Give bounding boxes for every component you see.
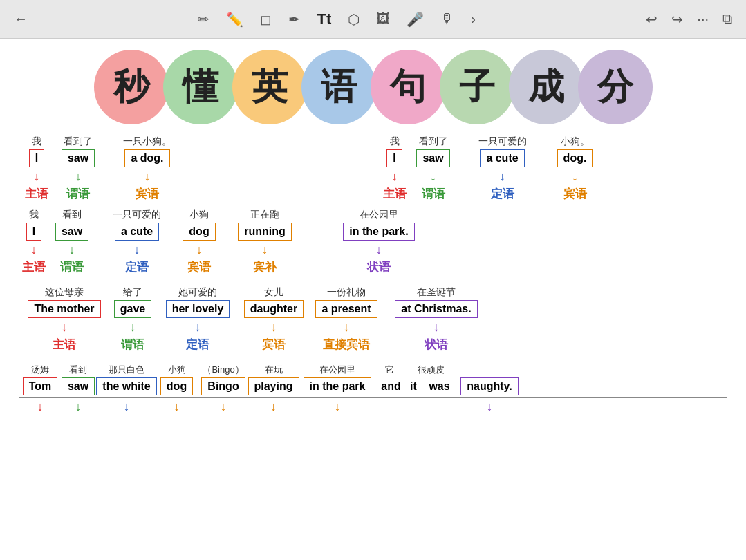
more-icon[interactable]: › <box>468 8 478 30</box>
s2-en-1: I <box>19 223 48 241</box>
mic1-icon[interactable]: 🎤 <box>404 8 427 30</box>
s4-en-it: it <box>403 378 424 395</box>
examples-row-1: 我 看到了 一只小狗。 I saw a dog. <box>19 136 727 205</box>
ex2-arrow-row: ↓ ↓ ↓ ↓ <box>380 169 727 184</box>
title-char-5: 句 <box>371 50 445 124</box>
ex2-cn-1: 我 <box>380 136 409 148</box>
ex1-en-row: I saw a dog. <box>19 149 366 167</box>
pencil-icon[interactable]: ✏ <box>195 8 212 30</box>
title-char-7: 成 <box>509 50 584 124</box>
ex2-cn-4: 小狗。 <box>548 136 603 148</box>
box-playing: playing <box>248 377 299 395</box>
s3-gram-3: 定语 <box>156 337 239 353</box>
s3-cn-6: 在圣诞节 <box>384 286 488 299</box>
s3-arr-5: ↓ <box>344 320 350 335</box>
s4-en-3: the white <box>95 377 158 395</box>
box-atchristmas: at Christmas. <box>395 300 477 318</box>
s4-arr-7: ↓ <box>335 400 341 414</box>
gram-predicate-1: 谓语 <box>54 186 102 202</box>
s2-gram-4: 宾语 <box>178 259 220 275</box>
redo-icon[interactable]: ↪ <box>669 8 686 30</box>
box-bingo: Bingo <box>201 377 245 395</box>
ex2-en-4: dog. <box>548 149 603 167</box>
s2-cn-row: 我 看到 一只可爱的 小狗 正在跑 在公园里 <box>19 209 727 221</box>
shape-icon[interactable]: ⬡ <box>345 8 362 30</box>
ex1-cn-2: 看到了 <box>54 136 102 148</box>
s4-cn-row: 汤姆 看到 那只白色 小狗 （Bingo） 在玩 在公园里 它 很顽皮 <box>19 364 727 376</box>
box-herlovely: her lovely <box>166 300 230 318</box>
undo-icon[interactable]: ↩ <box>643 8 660 30</box>
mic2-icon[interactable]: 🎙 <box>438 8 457 30</box>
s4-cn-4: 小狗 <box>158 364 196 376</box>
s3-en-4: daughter <box>239 300 308 318</box>
box-tom: Tom <box>23 377 58 395</box>
diagram: 我 看到了 一只小狗。 I saw a dog. <box>14 136 732 419</box>
ex2-arr-1: ↓ <box>380 169 409 184</box>
text-was: was <box>426 378 452 395</box>
arrow-down-green-1: ↓ <box>75 169 82 184</box>
box-saw-2: saw <box>416 149 449 167</box>
s3-gram-2: 谓语 <box>109 337 156 353</box>
gram-subject-1: 主语 <box>19 186 54 202</box>
toolbar-center: ✏ ✏️ ◻ ✒ Tt ⬡ 🖼 🎤 🎙 › <box>39 8 635 31</box>
toolbar-right: ↩ ↪ ··· ⧉ <box>643 8 735 30</box>
box-saw-4: saw <box>62 377 95 395</box>
ex1-arrow-row: ↓ ↓ ↓ <box>19 169 366 184</box>
ex1-arr-3: ↓ <box>102 169 192 184</box>
arrow-down-orange-1: ↓ <box>144 169 151 184</box>
image-icon[interactable]: 🖼 <box>373 8 393 30</box>
s3-arr-6: ↓ <box>433 320 440 335</box>
box-acute: a cute <box>480 149 524 167</box>
s4-arr-5: ↓ <box>221 400 227 414</box>
toolbar-left: ← <box>11 8 30 30</box>
s3-gram-4: 宾语 <box>239 337 308 353</box>
ex2-gram-row: 主语 谓语 定语 宾语 <box>380 186 727 202</box>
ex2-cn-2: 看到了 <box>409 136 458 148</box>
s4-cn-9: 很顽皮 <box>400 364 462 376</box>
s3-gram-5: 直接宾语 <box>308 337 384 353</box>
ex2-en-row: I saw a cute dog. <box>380 149 727 167</box>
s4-cn-7: 在公园里 <box>296 364 379 376</box>
s4-en-was: was <box>424 378 455 395</box>
s4-en-and: and <box>379 378 403 395</box>
ex1-arr-2: ↓ <box>54 169 102 184</box>
s4-arrow-row: ↓ ↓ ↓ ↓ ↓ ↓ ↓ ↓ <box>19 400 727 414</box>
s3-en-6: at Christmas. <box>384 300 488 318</box>
s4-arr-10: ↓ <box>487 400 493 414</box>
dots-icon[interactable]: ··· <box>694 8 711 30</box>
arrow-down-blue-2: ↓ <box>499 169 505 184</box>
box-gave: gave <box>114 300 151 318</box>
s2-en-row: I saw a cute dog running in the park. <box>19 223 727 241</box>
box-daughter: daughter <box>244 300 304 318</box>
s4-arr-3: ↓ <box>124 400 130 414</box>
back-button[interactable]: ← <box>11 8 30 30</box>
title-char-2: 懂 <box>163 50 238 124</box>
s3-arr-1: ↓ <box>62 320 68 335</box>
s4-arr-2: ↓ <box>75 400 82 414</box>
main-content: 秒 懂 英 语 句 子 成 分 我 看到了 一只小狗。 I <box>0 39 746 560</box>
arrow-down-red-1: ↓ <box>34 169 40 184</box>
copy-icon[interactable]: ⧉ <box>720 8 735 30</box>
box-inthepark: in the park. <box>343 223 414 241</box>
toolbar: ← ✏ ✏️ ◻ ✒ Tt ⬡ 🖼 🎤 🎙 › ↩ ↪ ··· ⧉ <box>0 0 746 39</box>
s2-cn-6: 在公园里 <box>310 209 448 221</box>
box-acute-2: a cute <box>115 223 159 241</box>
pencil2-icon[interactable]: ✏️ <box>223 8 246 30</box>
ex2-en-3: a cute <box>458 149 548 167</box>
pen-icon[interactable]: ✒ <box>286 8 303 30</box>
box-naughty: naughty. <box>460 377 518 395</box>
title-char-8: 分 <box>578 50 653 124</box>
s3-gram-1: 主语 <box>19 337 109 353</box>
ex2-cn-row: 我 看到了 一只可爱的 小狗。 <box>380 136 727 148</box>
gram-attr-2: 定语 <box>458 186 548 202</box>
ex1-cn-row: 我 看到了 一只小狗。 <box>19 136 366 148</box>
ex1-gram-row: 主语 谓语 宾语 <box>19 186 366 202</box>
s3-cn-4: 女儿 <box>239 286 308 299</box>
s3-gram-row: 主语 谓语 定语 宾语 直接宾语 状语 <box>19 337 727 353</box>
text-icon[interactable]: Tt <box>314 8 334 31</box>
ex2-arr-4: ↓ <box>548 169 603 184</box>
s4-en-1: Tom <box>19 377 61 395</box>
s4-en-7: in the park <box>296 377 379 395</box>
eraser-icon[interactable]: ◻ <box>257 8 274 30</box>
gram-object-2: 宾语 <box>548 186 603 202</box>
